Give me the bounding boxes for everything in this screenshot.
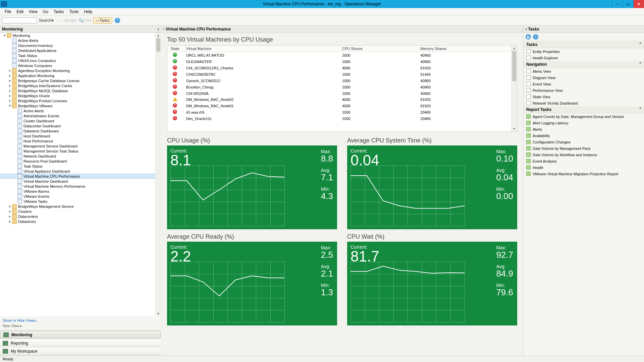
search-input[interactable] [2, 17, 37, 23]
tree-item[interactable]: VMware Tasks [0, 199, 161, 204]
tree-item[interactable]: Virtual Machine Memory Performance [0, 184, 161, 189]
tree-item[interactable]: Active Alerts [0, 38, 161, 43]
table-row[interactable]: Ganesh_SCOM2012100040960 [167, 77, 511, 84]
table-row[interactable]: CHI_SCOM2012R2_Charles400081920 [167, 65, 511, 71]
tree-item[interactable]: Management Service Task Status [0, 148, 161, 154]
tree-item[interactable]: VMware Events [0, 194, 161, 199]
tree-item[interactable]: BridgeWays Management Service [0, 204, 161, 209]
tree-item[interactable]: Cluster Dashboard [0, 118, 161, 123]
tree-item[interactable]: Application Monitoring [0, 73, 161, 78]
tree-item[interactable]: Datastores [0, 219, 161, 224]
tree-item[interactable]: UNIX/Linux Computers [0, 58, 161, 63]
vm-table[interactable]: StateVirtual MachineCPU SharesMemory Sha… [167, 45, 517, 132]
column-header[interactable]: CPU Shares [339, 46, 417, 52]
menu-edit[interactable]: Edit [14, 9, 26, 15]
nav-scrollbar[interactable]: ▲ ▼ [155, 33, 161, 316]
task-item[interactable]: Agent Counts by Date, Management Group a… [524, 113, 644, 120]
workspace-reporting[interactable]: Reporting [0, 339, 161, 347]
back-icon[interactable]: ‹ [163, 27, 164, 32]
task-item[interactable]: VMware Virtual Machine Migration Project… [524, 171, 644, 177]
tree-item[interactable]: Distributed Applications [0, 48, 161, 53]
task-item[interactable]: State View [524, 94, 644, 100]
tree-item[interactable]: Datacenters [0, 214, 161, 219]
column-header[interactable]: State [167, 46, 183, 52]
new-view-link[interactable]: New View ▸ [3, 323, 158, 329]
tree-item[interactable]: VMware Alarms [0, 189, 161, 194]
tree-item[interactable]: Bridgeways Cache Database License [0, 78, 161, 83]
expand-tasks-icon[interactable]: › [526, 27, 527, 32]
tree-item[interactable]: Task Status [0, 164, 161, 169]
show-hide-views-link[interactable]: Show or Hide Views... [3, 318, 158, 323]
tree-item[interactable]: BridgeWays Product Licenses [0, 98, 161, 103]
column-header[interactable]: Virtual Machine [183, 46, 339, 52]
table-row[interactable]: Den_Oracle12c100020480 [167, 115, 511, 122]
task-item[interactable]: Health Explorer [524, 55, 644, 61]
tasks-toggle-button[interactable]: ▭ Tasks [93, 17, 112, 23]
tree-item[interactable]: Host Dashboard [0, 133, 161, 138]
menu-help[interactable]: Help [82, 9, 95, 15]
search-button[interactable]: Search ▾ [39, 18, 54, 23]
tree-item[interactable]: Virtual Machine CPU Performance [0, 174, 161, 179]
task-item[interactable]: Entity Properties [524, 48, 644, 55]
table-row[interactable]: OLEGMASTER100040960 [167, 58, 511, 65]
maximize-button[interactable]: ▭ [623, 0, 633, 8]
tree-item[interactable]: Host Performance [0, 138, 161, 143]
tree-item[interactable]: BridgeWays InterSystems Cache [0, 83, 161, 88]
tasks-section-header[interactable]: Navigation˄ [524, 61, 644, 68]
minimize-button[interactable]: ─ [612, 0, 623, 8]
task-item[interactable]: Data Volume by Management Pack [524, 145, 644, 152]
task-item[interactable]: Configuration Changes [524, 139, 644, 145]
table-row[interactable]: d1-was-rh5100020480 [167, 109, 511, 115]
find-button[interactable]: 🔍 Find [78, 18, 91, 23]
menu-view[interactable]: View [26, 9, 40, 15]
tree-item[interactable]: Task Status [0, 53, 161, 58]
tree-item[interactable]: Clusters [0, 209, 161, 214]
tree-item[interactable]: BridgeWays Oracle [0, 93, 161, 98]
tree-item[interactable]: Network Dashboard [0, 154, 161, 159]
tree-item[interactable]: Discovered Inventory [0, 43, 161, 48]
task-item[interactable]: Event View [524, 81, 644, 87]
task-item[interactable]: Availability [524, 132, 644, 139]
tree-item[interactable]: Resource Pool Dashboard [0, 159, 161, 164]
collapse-nav-icon[interactable]: ‹ [158, 27, 159, 32]
tree-item[interactable]: Windows Computers [0, 63, 161, 68]
task-item[interactable]: Event Analysis [524, 158, 644, 164]
tree-item[interactable]: Agentless Exception Monitoring [0, 68, 161, 73]
task-item[interactable]: Alerts View [524, 68, 644, 74]
menu-file[interactable]: File [2, 9, 14, 15]
nav-tree[interactable]: MonitoringActive AlertsDiscovered Invent… [0, 33, 161, 316]
table-row[interactable]: CHSCOM2007R2100061440 [167, 71, 511, 77]
table-row[interactable]: ORCL-W81.AT.ARTOO200040960 [167, 52, 511, 59]
menu-tasks[interactable]: Tasks [51, 9, 67, 15]
menu-tools[interactable]: Tools [67, 9, 82, 15]
tasks-action-icon[interactable]: ◧ [526, 34, 531, 40]
task-item[interactable]: Data Volume by Workflow and Instance [524, 152, 644, 158]
workspace-my-workspace[interactable]: My Workspace [0, 347, 161, 355]
task-item[interactable]: Health [524, 164, 644, 171]
scroll-down-icon[interactable]: ▼ [156, 311, 161, 316]
table-row[interactable]: CHI-WS2K8A100040960 [167, 90, 511, 97]
tree-item[interactable]: BridgeWays MySQL Database [0, 88, 161, 93]
task-item[interactable]: Diagram View [524, 74, 644, 81]
tree-item[interactable]: Virtual Machine Dashboard [0, 179, 161, 184]
scroll-up-icon[interactable]: ▲ [156, 33, 161, 38]
scope-button[interactable]: ▭ Scope [61, 18, 76, 23]
tree-item[interactable]: Active Alerts [0, 108, 161, 113]
tree-item[interactable]: Management Service Dashboard [0, 143, 161, 148]
tasks-help-icon[interactable]: ? [533, 34, 538, 40]
table-row[interactable]: DM_Windows_RAC_Node02400081920 [167, 97, 511, 103]
help-icon[interactable]: ? [115, 18, 120, 23]
task-item[interactable]: Alert Logging Latency [524, 120, 644, 126]
task-item[interactable]: Network Vicinity Dashboard [524, 100, 644, 106]
tasks-section-header[interactable]: Tasks˄ [524, 41, 644, 48]
workspace-monitoring[interactable]: Monitoring [0, 331, 161, 339]
tree-item[interactable]: BridgeWays VMware [0, 103, 161, 108]
table-row[interactable]: Brooklyn_Chirag100040960 [167, 84, 511, 90]
tasks-section-header[interactable]: Report Tasks˄ [524, 106, 644, 113]
tree-item[interactable]: Virtual Appliance Dashboard [0, 169, 161, 174]
table-scrollbar[interactable]: ▲▼ [511, 46, 517, 131]
scroll-thumb[interactable] [156, 38, 160, 52]
tree-item[interactable]: Monitoring [0, 33, 161, 38]
tree-item[interactable]: Datastore Dashboard [0, 128, 161, 133]
tree-item[interactable]: Administration Events [0, 113, 161, 118]
